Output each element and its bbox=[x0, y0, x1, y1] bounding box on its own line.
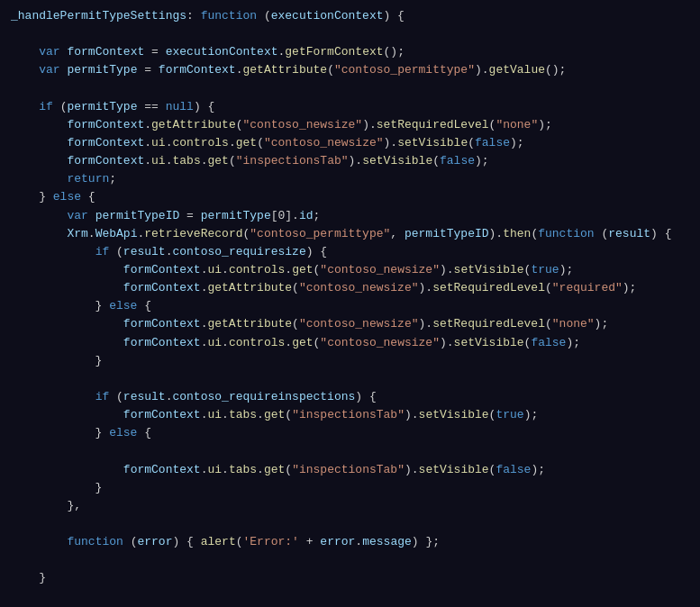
code-line: } bbox=[0, 352, 700, 370]
code-line: } else { bbox=[0, 297, 700, 315]
code-line: var formContext = executionContext.getFo… bbox=[0, 43, 700, 61]
code-line: } bbox=[0, 479, 700, 497]
code-line: formContext.getAttribute("contoso_newsiz… bbox=[0, 279, 700, 297]
code-line bbox=[0, 551, 700, 569]
code-line: formContext.ui.controls.get("contoso_new… bbox=[0, 334, 700, 352]
code-line: formContext.ui.tabs.get("inspectionsTab"… bbox=[0, 406, 700, 424]
code-line: var permitTypeID = permitType[0].id; bbox=[0, 207, 700, 225]
code-line: } bbox=[0, 569, 700, 587]
code-line bbox=[0, 25, 700, 43]
code-line: if (result.contoso_requiresize) { bbox=[0, 243, 700, 261]
code-line: }, bbox=[0, 497, 700, 515]
code-line: formContext.ui.controls.get("contoso_new… bbox=[0, 134, 700, 152]
code-line bbox=[0, 370, 700, 388]
code-line: } else { bbox=[0, 424, 700, 442]
code-line bbox=[0, 80, 700, 98]
code-line: formContext.getAttribute("contoso_newsiz… bbox=[0, 116, 700, 134]
code-line: formContext.ui.tabs.get("inspectionsTab"… bbox=[0, 152, 700, 170]
code-editor: _handlePermitTypeSettings: function (exe… bbox=[0, 0, 700, 607]
code-line bbox=[0, 515, 700, 533]
code-line bbox=[0, 588, 700, 606]
code-line: _handlePermitTypeSettings: function (exe… bbox=[0, 7, 700, 25]
code-line: if (result.contoso_requireinspections) { bbox=[0, 388, 700, 406]
code-line: formContext.ui.tabs.get("inspectionsTab"… bbox=[0, 461, 700, 479]
code-line: if (permitType == null) { bbox=[0, 98, 700, 116]
code-line bbox=[0, 442, 700, 460]
code-line: Xrm.WebApi.retrieveRecord("contoso_permi… bbox=[0, 225, 700, 243]
code-line: formContext.getAttribute("contoso_newsiz… bbox=[0, 315, 700, 333]
code-line: formContext.ui.controls.get("contoso_new… bbox=[0, 261, 700, 279]
code-line: return; bbox=[0, 170, 700, 188]
code-line: function (error) { alert('Error:' + erro… bbox=[0, 533, 700, 551]
code-line: } else { bbox=[0, 188, 700, 206]
code-line: var permitType = formContext.getAttribut… bbox=[0, 61, 700, 79]
